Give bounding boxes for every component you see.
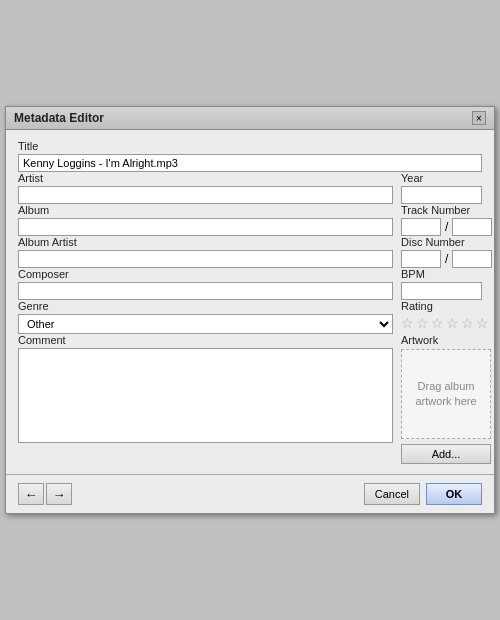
next-button[interactable]: → bbox=[46, 483, 72, 505]
disc-number-input[interactable] bbox=[401, 250, 441, 268]
album-track-row: Album Track Number / bbox=[18, 204, 482, 236]
bpm-label: BPM bbox=[401, 268, 482, 280]
star-1[interactable]: ☆ bbox=[401, 315, 413, 327]
year-col: Year bbox=[401, 172, 482, 204]
star-6[interactable]: ☆ bbox=[476, 315, 488, 327]
star-5[interactable]: ☆ bbox=[461, 315, 473, 327]
disc-total-input[interactable] bbox=[452, 250, 492, 268]
artist-col: Artist bbox=[18, 172, 393, 204]
genre-rating-row: Genre Other Rock Pop Jazz Classical Hip-… bbox=[18, 300, 482, 334]
track-total-input[interactable] bbox=[452, 218, 492, 236]
cancel-button[interactable]: Cancel bbox=[364, 483, 420, 505]
album-artist-input[interactable] bbox=[18, 250, 393, 268]
artwork-dropzone[interactable]: Drag album artwork here bbox=[401, 349, 491, 439]
artwork-col: Artwork Drag album artwork here Add... bbox=[401, 334, 491, 464]
dialog-action-buttons: Cancel OK bbox=[364, 483, 482, 505]
title-input[interactable] bbox=[18, 154, 482, 172]
rating-col: Rating ☆ ☆ ☆ ☆ ☆ ☆ bbox=[401, 300, 488, 334]
genre-col: Genre Other Rock Pop Jazz Classical Hip-… bbox=[18, 300, 393, 334]
track-number-col: Track Number / bbox=[401, 204, 492, 236]
year-label: Year bbox=[401, 172, 482, 184]
composer-bpm-row: Composer BPM bbox=[18, 268, 482, 300]
track-number-input[interactable] bbox=[401, 218, 441, 236]
bottom-bar: ← → Cancel OK bbox=[6, 474, 494, 513]
disc-number-row: / bbox=[401, 250, 492, 268]
artist-input[interactable] bbox=[18, 186, 393, 204]
album-artist-label: Album Artist bbox=[18, 236, 393, 248]
composer-input[interactable] bbox=[18, 282, 393, 300]
close-button[interactable]: × bbox=[472, 111, 486, 125]
star-3[interactable]: ☆ bbox=[431, 315, 443, 327]
disc-number-col: Disc Number / bbox=[401, 236, 492, 268]
prev-button[interactable]: ← bbox=[18, 483, 44, 505]
track-number-row: / bbox=[401, 218, 492, 236]
title-label: Title bbox=[18, 140, 482, 152]
composer-col: Composer bbox=[18, 268, 393, 300]
artist-year-row: Artist Year bbox=[18, 172, 482, 204]
metadata-editor-window: Metadata Editor × Title Artist Year Albu… bbox=[5, 106, 495, 514]
titlebar: Metadata Editor × bbox=[6, 107, 494, 130]
navigation-buttons: ← → bbox=[18, 483, 72, 505]
album-input[interactable] bbox=[18, 218, 393, 236]
artwork-label: Artwork bbox=[401, 334, 491, 346]
album-artist-disc-row: Album Artist Disc Number / bbox=[18, 236, 482, 268]
comment-col: Comment bbox=[18, 334, 393, 464]
star-4[interactable]: ☆ bbox=[446, 315, 458, 327]
genre-label: Genre bbox=[18, 300, 393, 312]
rating-stars: ☆ ☆ ☆ ☆ ☆ ☆ bbox=[401, 315, 488, 327]
comment-label: Comment bbox=[18, 334, 393, 346]
comment-artwork-row: Comment Artwork Drag album artwork here … bbox=[18, 334, 482, 464]
comment-textarea[interactable] bbox=[18, 348, 393, 443]
ok-button[interactable]: OK bbox=[426, 483, 482, 505]
star-2[interactable]: ☆ bbox=[416, 315, 428, 327]
track-separator: / bbox=[445, 220, 448, 234]
disc-number-label: Disc Number bbox=[401, 236, 492, 248]
album-label: Album bbox=[18, 204, 393, 216]
bpm-input[interactable] bbox=[401, 282, 482, 300]
disc-separator: / bbox=[445, 252, 448, 266]
add-artwork-button[interactable]: Add... bbox=[401, 444, 491, 464]
form-content: Title Artist Year Album Track Number bbox=[6, 130, 494, 474]
window-title: Metadata Editor bbox=[14, 111, 104, 125]
rating-label: Rating bbox=[401, 300, 488, 312]
album-col: Album bbox=[18, 204, 393, 236]
genre-select[interactable]: Other Rock Pop Jazz Classical Hip-Hop El… bbox=[18, 314, 393, 334]
album-artist-col: Album Artist bbox=[18, 236, 393, 268]
composer-label: Composer bbox=[18, 268, 393, 280]
year-input[interactable] bbox=[401, 186, 482, 204]
bpm-col: BPM bbox=[401, 268, 482, 300]
track-number-label: Track Number bbox=[401, 204, 492, 216]
artist-label: Artist bbox=[18, 172, 393, 184]
